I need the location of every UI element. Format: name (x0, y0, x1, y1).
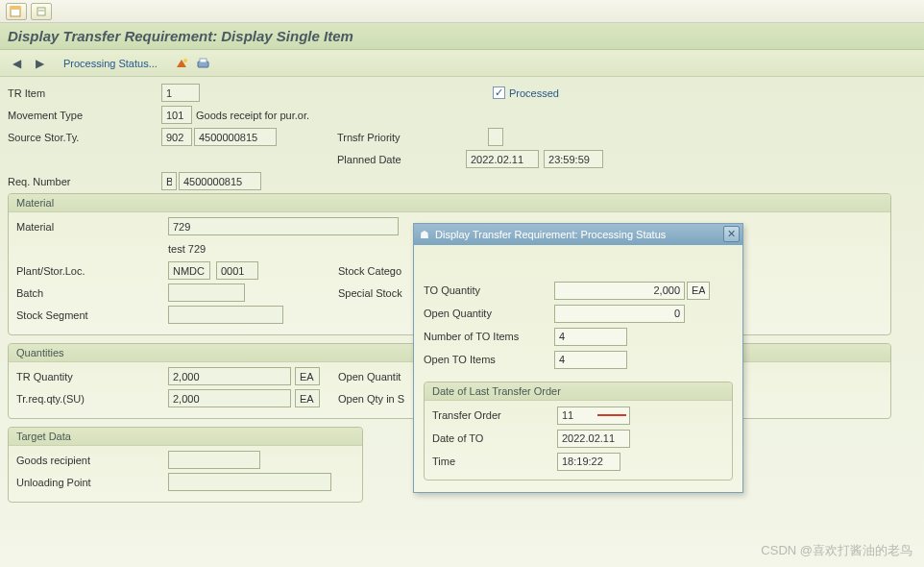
planned-time-field[interactable] (544, 150, 603, 168)
tr-qty-uom-field[interactable] (295, 367, 320, 385)
source-stor-ty-doc-field[interactable] (194, 128, 277, 146)
document-icon (10, 6, 23, 17)
highlight-underline (597, 414, 626, 416)
source-stor-ty-label: Source Stor.Ty. (8, 132, 161, 143)
popup-title-text: Display Transfer Requirement: Processing… (435, 229, 666, 240)
material-group-title: Material (9, 194, 890, 212)
popup-open-qty-label: Open Quantity (424, 308, 554, 319)
stock-category-label: Stock Catego (338, 265, 401, 277)
popup-open-qty-field[interactable] (554, 305, 685, 323)
prev-button[interactable]: ◀ (8, 55, 25, 72)
plant-field[interactable] (168, 261, 210, 280)
tr-req-su-field[interactable] (168, 389, 291, 407)
batch-label: Batch (16, 287, 168, 299)
tr-item-field[interactable] (161, 84, 200, 102)
overview-icon[interactable] (175, 56, 190, 71)
toolbar-button-1[interactable] (6, 3, 27, 20)
transfer-order-label: Transfer Order (432, 409, 557, 421)
date-of-to-label: Date of TO (432, 432, 557, 444)
tr-qty-field[interactable] (168, 367, 291, 385)
req-number-label: Req. Number (8, 176, 161, 187)
processing-status-popup: ☗ Display Transfer Requirement: Processi… (413, 223, 743, 493)
goods-recipient-field[interactable] (168, 451, 260, 469)
main-content: TR Item ✓ Processed Movement Type Goods … (0, 77, 924, 567)
planned-date-label: Planned Date (337, 154, 424, 165)
trnsfr-priority-field[interactable] (488, 128, 503, 146)
page-title-bar: Display Transfer Requirement: Display Si… (0, 23, 924, 50)
open-qty-su-label: Open Qty in S (338, 393, 404, 405)
req-number-type-field[interactable] (161, 172, 177, 190)
popup-title-icon: ☗ (420, 229, 429, 241)
trnsfr-priority-label: Trnsfr Priority (337, 132, 424, 143)
unloading-point-label: Unloading Point (16, 477, 168, 488)
unloading-point-field[interactable] (168, 473, 331, 491)
date-of-to-field[interactable] (557, 430, 630, 448)
stock-segment-label: Stock Segment (16, 309, 168, 321)
popup-title-bar[interactable]: ☗ Display Transfer Requirement: Processi… (414, 224, 742, 245)
date-last-to-title: Date of Last Transfer Order (425, 382, 732, 401)
planned-date-field[interactable] (466, 150, 539, 168)
material-desc: test 729 (168, 243, 206, 255)
popup-body: TO Quantity Open Quantity Number of TO I… (414, 245, 742, 492)
to-qty-label: TO Quantity (424, 284, 554, 296)
num-to-items-label: Number of TO Items (424, 331, 554, 342)
next-button[interactable]: ▶ (31, 55, 48, 72)
movement-type-label: Movement Type (8, 110, 161, 121)
page-title: Display Transfer Requirement: Display Si… (8, 28, 353, 44)
processing-status-link[interactable]: Processing Status... (63, 58, 158, 69)
target-data-group: Target Data Goods recipient Unloading Po… (8, 427, 363, 503)
to-qty-field[interactable] (554, 282, 685, 300)
processed-label: Processed (509, 87, 559, 99)
source-stor-ty-field[interactable] (161, 128, 192, 146)
svg-rect-1 (11, 7, 20, 10)
tr-req-su-uom-field[interactable] (295, 389, 320, 407)
tr-item-label: TR Item (8, 87, 161, 99)
check-icon: ✓ (493, 86, 505, 99)
popup-close-button[interactable]: ✕ (723, 226, 740, 242)
svg-rect-2 (37, 8, 45, 15)
material-field[interactable] (168, 217, 399, 235)
time-label: Time (432, 456, 557, 467)
app-system-toolbar (0, 0, 924, 23)
svg-rect-6 (200, 59, 207, 62)
watermark-text: CSDN @喜欢打酱油的老鸟 (761, 542, 912, 559)
stor-loc-field[interactable] (216, 261, 258, 280)
to-qty-uom-field[interactable] (687, 282, 710, 300)
special-stock-label: Special Stock (338, 287, 402, 299)
target-data-title: Target Data (9, 428, 362, 446)
tr-qty-label: TR Quantity (16, 371, 168, 382)
processed-checkbox[interactable]: ✓ Processed (493, 86, 559, 99)
print-icon[interactable] (196, 56, 211, 71)
movement-type-desc: Goods receipt for pur.or. (196, 110, 309, 121)
goods-recipient-label: Goods recipient (16, 455, 168, 466)
tr-req-su-label: Tr.req.qty.(SU) (16, 393, 168, 405)
date-last-to-group: Date of Last Transfer Order Transfer Ord… (424, 382, 733, 481)
time-field[interactable] (557, 453, 620, 471)
svg-point-4 (183, 59, 187, 62)
plant-stor-label: Plant/Stor.Loc. (16, 265, 168, 277)
note-icon (35, 6, 48, 17)
req-number-field[interactable] (179, 172, 261, 190)
num-to-items-field[interactable] (554, 328, 627, 346)
toolbar-button-2[interactable] (31, 3, 52, 20)
open-qty-label: Open Quantit (338, 371, 401, 382)
open-to-items-label: Open TO Items (424, 354, 554, 365)
batch-field[interactable] (168, 284, 245, 302)
close-icon: ✕ (727, 228, 736, 240)
stock-segment-field[interactable] (168, 306, 283, 324)
movement-type-field[interactable] (161, 106, 192, 124)
open-to-items-field[interactable] (554, 351, 627, 369)
material-label: Material (16, 221, 168, 233)
sub-toolbar: ◀ ▶ Processing Status... (0, 50, 924, 77)
